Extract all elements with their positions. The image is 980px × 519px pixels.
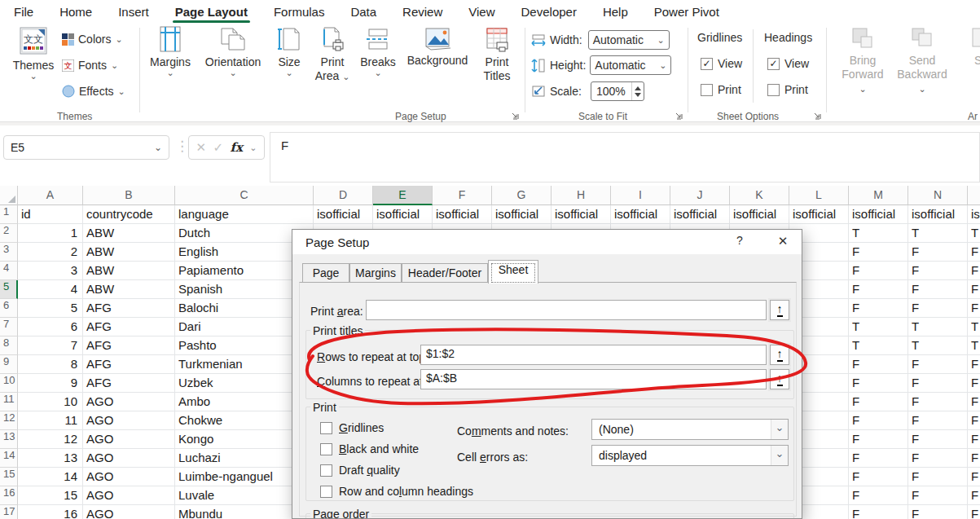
- cell[interactable]: F: [908, 505, 968, 519]
- cell[interactable]: 4: [18, 280, 83, 299]
- gridlines-view-checkbox[interactable]: ✓ View: [701, 57, 742, 70]
- cell[interactable]: 2: [18, 243, 83, 262]
- menu-tab-insert[interactable]: Insert: [117, 2, 150, 22]
- cols-repeat-collapse-button[interactable]: ↑: [770, 369, 789, 389]
- row-header-4[interactable]: 4: [0, 262, 18, 280]
- cell[interactable]: F: [968, 243, 980, 262]
- cell[interactable]: AGO: [83, 393, 175, 411]
- cell[interactable]: language: [175, 205, 314, 224]
- cell[interactable]: 14: [18, 468, 83, 486]
- cell[interactable]: 10: [18, 393, 83, 411]
- cell-errors-combobox[interactable]: displayed ⌄: [591, 445, 789, 466]
- cell[interactable]: 13: [18, 449, 83, 468]
- row-header-9[interactable]: 9: [0, 355, 18, 374]
- menu-tab-review[interactable]: Review: [402, 2, 443, 22]
- cell[interactable]: F: [908, 430, 968, 449]
- cell[interactable]: F: [908, 243, 968, 262]
- cell[interactable]: F: [908, 449, 968, 468]
- formula-bar-grip-icon[interactable]: ⋮: [175, 138, 189, 155]
- formula-input[interactable]: F: [270, 132, 980, 183]
- colors-button[interactable]: Colors ⌄: [62, 33, 123, 46]
- cell[interactable]: F: [849, 468, 908, 486]
- cell[interactable]: 1: [18, 224, 83, 243]
- cell[interactable]: T: [908, 318, 968, 336]
- row-header-5[interactable]: 5: [0, 280, 18, 299]
- cell[interactable]: F: [908, 486, 968, 505]
- print-option-checkbox[interactable]: Black and white: [320, 442, 419, 455]
- width-combobox[interactable]: Automatic ⌄: [588, 30, 670, 50]
- height-combobox[interactable]: Automatic ⌄: [590, 55, 671, 75]
- column-header-A[interactable]: A: [18, 186, 83, 205]
- cell[interactable]: 7: [18, 336, 83, 355]
- gridlines-print-checkbox[interactable]: Print: [701, 83, 741, 96]
- cell[interactable]: F: [968, 280, 980, 299]
- themes-button[interactable]: 文文 Themes ⌄: [10, 26, 57, 79]
- cell[interactable]: isofficial: [670, 205, 730, 224]
- cell[interactable]: isofficial: [552, 205, 611, 224]
- cell[interactable]: T: [968, 336, 980, 355]
- headings-view-checkbox[interactable]: ✓ View: [767, 57, 809, 70]
- row-header-14[interactable]: 14: [0, 449, 18, 468]
- cell[interactable]: AGO: [83, 505, 175, 519]
- column-header-L[interactable]: L: [789, 186, 849, 205]
- cell[interactable]: F: [908, 299, 968, 318]
- cell[interactable]: T: [968, 318, 980, 336]
- cell[interactable]: F: [849, 355, 908, 374]
- cell[interactable]: isofficial: [373, 205, 433, 224]
- menu-tab-power-pivot[interactable]: Power Pivot: [653, 2, 720, 22]
- breaks-button[interactable]: Breaks ⌄: [357, 26, 399, 76]
- cell[interactable]: 6: [18, 318, 83, 336]
- cell[interactable]: AFG: [83, 299, 175, 318]
- sheet-options-dialog-launcher[interactable]: [812, 111, 824, 122]
- chevron-down-icon[interactable]: ⌄: [771, 446, 788, 465]
- row-header-10[interactable]: 10: [0, 374, 18, 393]
- column-header-D[interactable]: D: [314, 186, 373, 205]
- size-button[interactable]: Size ⌄: [270, 26, 308, 76]
- fonts-button[interactable]: 文 Fonts ⌄: [62, 59, 118, 72]
- cell[interactable]: isofficial: [908, 205, 968, 224]
- cols-repeat-input[interactable]: $A:$B: [420, 369, 767, 389]
- cell[interactable]: F: [908, 262, 968, 280]
- column-header-H[interactable]: H: [552, 186, 611, 205]
- cell[interactable]: F: [968, 411, 980, 430]
- cell[interactable]: 15: [18, 486, 83, 505]
- cell[interactable]: isofficial: [611, 205, 670, 224]
- column-header-G[interactable]: G: [492, 186, 552, 205]
- bring-forward-button[interactable]: Bring Forward ⌄: [837, 26, 888, 95]
- print-area-collapse-button[interactable]: ↑: [770, 300, 789, 320]
- cell[interactable]: AGO: [83, 411, 175, 430]
- menu-tab-data[interactable]: Data: [349, 2, 377, 22]
- cell[interactable]: id: [18, 205, 83, 224]
- enter-icon[interactable]: ✓: [213, 140, 223, 155]
- cell[interactable]: isofficial: [849, 205, 908, 224]
- menu-tab-file[interactable]: File: [13, 2, 34, 22]
- cell[interactable]: F: [849, 430, 908, 449]
- cell[interactable]: 16: [18, 505, 83, 519]
- background-button[interactable]: Background: [402, 26, 472, 68]
- cell[interactable]: countrycode: [83, 205, 175, 224]
- cell[interactable]: T: [849, 224, 908, 243]
- spinner-arrows[interactable]: [631, 82, 644, 100]
- cell[interactable]: AFG: [83, 374, 175, 393]
- cell[interactable]: AGO: [83, 486, 175, 505]
- cell[interactable]: T: [908, 224, 968, 243]
- cell[interactable]: F: [849, 243, 908, 262]
- cell[interactable]: F: [908, 280, 968, 299]
- cell[interactable]: F: [968, 505, 980, 519]
- cell[interactable]: AFG: [83, 318, 175, 336]
- cell[interactable]: isofficial: [314, 205, 373, 224]
- menu-tab-view[interactable]: View: [468, 2, 495, 22]
- menu-tab-help[interactable]: Help: [602, 2, 629, 22]
- cell[interactable]: F: [968, 374, 980, 393]
- column-header-O[interactable]: O: [968, 186, 980, 205]
- chevron-down-icon[interactable]: ⌄: [771, 420, 788, 439]
- column-header-N[interactable]: N: [908, 186, 968, 205]
- cell[interactable]: T: [849, 336, 908, 355]
- cell[interactable]: F: [968, 355, 980, 374]
- comments-combobox[interactable]: (None) ⌄: [591, 419, 789, 440]
- cell[interactable]: isofficial: [492, 205, 552, 224]
- column-header-C[interactable]: C: [175, 186, 314, 205]
- chevron-down-icon[interactable]: ⌄: [154, 142, 162, 153]
- cell[interactable]: F: [849, 280, 908, 299]
- row-header-7[interactable]: 7: [0, 318, 18, 336]
